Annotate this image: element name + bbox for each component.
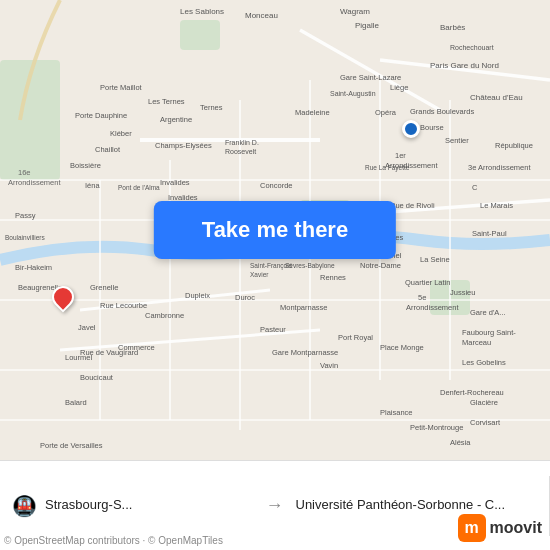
svg-text:Gare d'A...: Gare d'A... bbox=[470, 308, 506, 317]
svg-text:Le Marais: Le Marais bbox=[480, 201, 513, 210]
svg-text:Grenelle: Grenelle bbox=[90, 283, 118, 292]
svg-text:Boissière: Boissière bbox=[70, 161, 101, 170]
svg-text:Barbès: Barbès bbox=[440, 23, 465, 32]
svg-text:Corvisart: Corvisart bbox=[470, 418, 501, 427]
svg-text:Commerce: Commerce bbox=[118, 343, 155, 352]
svg-text:3e Arrondissement: 3e Arrondissement bbox=[468, 163, 531, 172]
svg-text:Sentier: Sentier bbox=[445, 136, 469, 145]
svg-text:Porte Maillot: Porte Maillot bbox=[100, 83, 143, 92]
svg-text:Bir-Hakeim: Bir-Hakeim bbox=[15, 263, 52, 272]
svg-text:Rennes: Rennes bbox=[320, 273, 346, 282]
svg-text:Wagram: Wagram bbox=[340, 7, 370, 16]
moovit-icon: m bbox=[458, 514, 486, 542]
svg-text:Balard: Balard bbox=[65, 398, 87, 407]
svg-text:Place Monge: Place Monge bbox=[380, 343, 424, 352]
svg-text:Saint-Paul: Saint-Paul bbox=[472, 229, 507, 238]
svg-text:Paris Gare du Nord: Paris Gare du Nord bbox=[430, 61, 499, 70]
svg-text:Quartier Latin: Quartier Latin bbox=[405, 278, 450, 287]
svg-text:Alésia: Alésia bbox=[450, 438, 471, 447]
take-me-there-button[interactable]: Take me there bbox=[154, 201, 396, 259]
moovit-label: moovit bbox=[490, 519, 542, 537]
moovit-logo: m moovit bbox=[458, 514, 542, 542]
svg-text:Lourmel: Lourmel bbox=[65, 353, 92, 362]
svg-text:Passy: Passy bbox=[15, 211, 36, 220]
svg-text:Porte Dauphine: Porte Dauphine bbox=[75, 111, 127, 120]
svg-text:Petit-Montrouge: Petit-Montrouge bbox=[410, 423, 463, 432]
svg-text:Saint-Augustin: Saint-Augustin bbox=[330, 90, 376, 98]
svg-text:Iéna: Iéna bbox=[85, 181, 100, 190]
svg-text:Chaillot: Chaillot bbox=[95, 145, 121, 154]
svg-text:16e: 16e bbox=[18, 168, 31, 177]
svg-text:Boucicaut: Boucicaut bbox=[80, 373, 114, 382]
svg-text:Porte de Versailles: Porte de Versailles bbox=[40, 441, 103, 450]
svg-text:Pasteur: Pasteur bbox=[260, 325, 286, 334]
svg-text:Madeleine: Madeleine bbox=[295, 108, 330, 117]
svg-text:La Seine: La Seine bbox=[420, 255, 450, 264]
svg-text:Roosevelt: Roosevelt bbox=[225, 148, 256, 155]
svg-text:Boulainvilliers: Boulainvilliers bbox=[5, 234, 45, 241]
svg-text:Pont de l'Alma: Pont de l'Alma bbox=[118, 184, 160, 191]
svg-text:Sèvres-Babylone: Sèvres-Babylone bbox=[285, 262, 335, 270]
svg-text:Port Royal: Port Royal bbox=[338, 333, 373, 342]
svg-text:Javel: Javel bbox=[78, 323, 96, 332]
svg-text:Rue de Rivoli: Rue de Rivoli bbox=[390, 201, 435, 210]
svg-text:Cambronne: Cambronne bbox=[145, 311, 184, 320]
svg-text:Glacière: Glacière bbox=[470, 398, 498, 407]
svg-text:Kléber: Kléber bbox=[110, 129, 132, 138]
route-arrow-icon: → bbox=[266, 495, 284, 516]
svg-text:Denfert-Rochereau: Denfert-Rochereau bbox=[440, 388, 504, 397]
map-container: Pigalle Barbès Rochechouart Paris Gare d… bbox=[0, 0, 550, 460]
svg-text:Liège: Liège bbox=[390, 83, 408, 92]
subway-icon: 🚇 bbox=[12, 494, 37, 518]
svg-text:Dupleix: Dupleix bbox=[185, 291, 210, 300]
footer-from-label: Strasbourg-S... bbox=[45, 497, 132, 514]
svg-text:Arrondissement: Arrondissement bbox=[385, 161, 438, 170]
svg-text:Montparnasse: Montparnasse bbox=[280, 303, 328, 312]
svg-text:Ternes: Ternes bbox=[200, 103, 223, 112]
svg-text:Château d'Eau: Château d'Eau bbox=[470, 93, 523, 102]
svg-text:Arrondissement: Arrondissement bbox=[406, 303, 459, 312]
svg-text:Gare Montparnasse: Gare Montparnasse bbox=[272, 348, 338, 357]
svg-text:Champs-Elysées: Champs-Elysées bbox=[155, 141, 212, 150]
svg-text:Faubourg Saint-: Faubourg Saint- bbox=[462, 328, 516, 337]
svg-text:République: République bbox=[495, 141, 533, 150]
svg-text:Plaisance: Plaisance bbox=[380, 408, 413, 417]
map-copyright: © OpenStreetMap contributors · © OpenMap… bbox=[4, 535, 223, 546]
svg-rect-2 bbox=[180, 20, 220, 50]
svg-text:Les Ternes: Les Ternes bbox=[148, 97, 185, 106]
svg-text:Bourse: Bourse bbox=[420, 123, 444, 132]
svg-text:Xavier: Xavier bbox=[250, 271, 269, 278]
svg-text:Jussieu: Jussieu bbox=[450, 288, 475, 297]
svg-text:Arrondissement: Arrondissement bbox=[8, 178, 61, 187]
svg-text:Notre-Dame: Notre-Dame bbox=[360, 261, 401, 270]
svg-text:1er: 1er bbox=[395, 151, 406, 160]
svg-text:Opéra: Opéra bbox=[375, 108, 397, 117]
svg-text:Pigalle: Pigalle bbox=[355, 21, 380, 30]
svg-text:5e: 5e bbox=[418, 293, 426, 302]
svg-text:Vavin: Vavin bbox=[320, 361, 338, 370]
svg-text:Marceau: Marceau bbox=[462, 338, 491, 347]
svg-text:Concorde: Concorde bbox=[260, 181, 293, 190]
svg-text:Rue Lecourbe: Rue Lecourbe bbox=[100, 301, 147, 310]
origin-pin bbox=[402, 120, 420, 138]
svg-text:Les Gobelins: Les Gobelins bbox=[462, 358, 506, 367]
svg-text:Duroc: Duroc bbox=[235, 293, 255, 302]
svg-text:Monceau: Monceau bbox=[245, 11, 278, 20]
footer-to-label: Université Panthéon-Sorbonne - C... bbox=[296, 497, 506, 514]
svg-text:Les Sablons: Les Sablons bbox=[180, 7, 224, 16]
svg-text:Gare Saint-Lazare: Gare Saint-Lazare bbox=[340, 73, 401, 82]
svg-text:C: C bbox=[472, 183, 478, 192]
svg-text:Rochechouart: Rochechouart bbox=[450, 44, 494, 51]
svg-text:Argentine: Argentine bbox=[160, 115, 192, 124]
svg-text:Franklin D.: Franklin D. bbox=[225, 139, 259, 146]
svg-text:Grands Boulevards: Grands Boulevards bbox=[410, 107, 474, 116]
svg-text:Invalides: Invalides bbox=[160, 178, 190, 187]
